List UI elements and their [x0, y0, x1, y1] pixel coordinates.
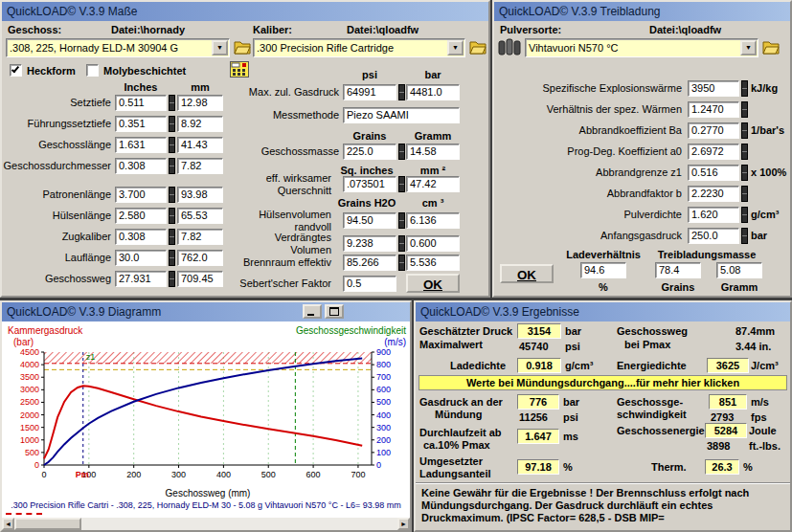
geschw-fps-unit: fps: [751, 411, 767, 424]
value-field[interactable]: 41.43: [177, 137, 223, 153]
value-field[interactable]: 1.620: [688, 207, 739, 223]
huelsenvolumen-cm3-field[interactable]: 6.136: [406, 212, 460, 229]
spinner[interactable]: [169, 158, 175, 174]
sebert-field[interactable]: 0.5: [343, 276, 396, 292]
spinner[interactable]: [741, 101, 748, 118]
querschnitt-mm2-field[interactable]: 47.42: [406, 176, 460, 192]
spinner[interactable]: [169, 116, 175, 132]
value-field[interactable]: 762.0: [177, 250, 223, 266]
pulver-open-folder-icon[interactable]: [762, 40, 780, 56]
value-field[interactable]: 2.6972: [688, 144, 739, 160]
anteil-value: 97.18: [517, 459, 559, 475]
pulver-dropdown-arrow-icon[interactable]: ▼: [740, 40, 757, 55]
value-field[interactable]: 7.82: [177, 158, 223, 174]
value-field[interactable]: 0.308: [115, 158, 167, 174]
spinner[interactable]: [169, 229, 175, 245]
ok-button-masse[interactable]: OK: [406, 274, 460, 293]
value-field[interactable]: 1.631: [115, 137, 167, 153]
value-field[interactable]: 250.0: [688, 228, 739, 244]
value-field[interactable]: 3.700: [115, 187, 167, 203]
spinner[interactable]: [169, 250, 175, 266]
messmethode-field[interactable]: Piezo SAAMI: [343, 107, 460, 123]
energiedichte-label: Energiedichte: [617, 360, 687, 372]
titlebar-masse[interactable]: QuickLOAD© V.3.9 Maße: [2, 2, 488, 21]
spinner[interactable]: [169, 137, 175, 153]
horizontal-scrollbar[interactable]: ◄ ►: [2, 518, 410, 530]
spinner[interactable]: [398, 176, 405, 192]
value-field[interactable]: 30.0: [115, 250, 167, 266]
spinner[interactable]: [741, 165, 748, 181]
querschnitt-sqin-field[interactable]: .073501: [343, 176, 396, 192]
spinner[interactable]: [398, 144, 405, 160]
row-label: Pulverdichte: [494, 209, 682, 221]
spinner[interactable]: [398, 212, 405, 229]
value-field[interactable]: 27.931: [115, 271, 167, 287]
geschoss-open-folder-icon[interactable]: [234, 40, 251, 56]
spinner[interactable]: [398, 255, 405, 271]
heckform-checkbox[interactable]: [10, 64, 22, 77]
kaliber-combobox[interactable]: .300 Precision Rifle Cartridge ▼: [253, 38, 465, 57]
value-field[interactable]: 12.98: [177, 95, 223, 111]
geschossmasse-grains-field[interactable]: 225.0: [343, 144, 396, 160]
spinner[interactable]: [169, 95, 175, 111]
kaliber-dropdown-arrow-icon[interactable]: ▼: [447, 40, 464, 55]
max-gasdruck-bar-field[interactable]: 4481.0: [406, 84, 460, 100]
spinner[interactable]: [741, 186, 748, 202]
geschossmasse-gramm-field[interactable]: 14.58: [406, 144, 460, 160]
spinner[interactable]: [398, 84, 405, 100]
spinner[interactable]: [741, 144, 748, 160]
value-field[interactable]: 2.2230: [688, 186, 739, 202]
titlebar-diagramm[interactable]: QuickLOAD© V.3.9 Diagramm: [2, 302, 410, 321]
brennraum-grains-field[interactable]: 85.266: [343, 255, 396, 271]
brennraum-cm3-field[interactable]: 5.536: [406, 255, 460, 271]
value-field[interactable]: 3950: [688, 80, 739, 97]
value-field[interactable]: 93.98: [177, 187, 223, 203]
value-field[interactable]: 8.92: [177, 116, 223, 132]
spinner[interactable]: [169, 187, 175, 203]
ladeverhaeltnis-field[interactable]: 94.6: [580, 262, 626, 278]
col-header-inches: Inches: [115, 81, 167, 94]
ok-button-treibladung[interactable]: OK: [500, 264, 554, 283]
scroll-right-arrow-icon[interactable]: ►: [397, 518, 410, 530]
value-field[interactable]: 709.45: [177, 271, 223, 287]
masse-grains-unit: Grains: [655, 281, 701, 294]
value-field[interactable]: 2.580: [115, 208, 167, 224]
spinner[interactable]: [741, 80, 748, 97]
value-field[interactable]: 0.511: [115, 95, 167, 111]
calculator-icon[interactable]: [230, 61, 249, 79]
pulver-combobox[interactable]: Vihtavuori N570 °C ▼: [525, 38, 758, 57]
spinner[interactable]: [741, 122, 748, 139]
max-gasdruck-psi-field[interactable]: 64991: [343, 84, 396, 100]
kaliber-open-folder-icon[interactable]: [469, 40, 487, 56]
value-field[interactable]: 7.82: [177, 229, 223, 245]
muendung-banner[interactable]: Werte bei Mündungsdurchgang....für mehr …: [419, 375, 787, 390]
row-label: Führungssetztiefe: [2, 118, 111, 130]
maximize-button[interactable]: [325, 304, 344, 319]
value-field[interactable]: 1.2470: [688, 101, 739, 118]
minimize-button[interactable]: [303, 304, 322, 319]
geschoss-combobox[interactable]: .308, 225, Hornady ELD-M 30904 G ▼: [6, 38, 230, 57]
verdraengtes-grains-field[interactable]: 9.238: [343, 235, 396, 252]
titlebar-ergebnisse[interactable]: QuickLOAD© V.3.9 Ergebnisse: [416, 302, 790, 321]
titlebar-treibladung[interactable]: QuickLOAD© V.3.9 Treibladung: [494, 2, 790, 21]
moly-checkbox[interactable]: [86, 64, 99, 77]
spinner[interactable]: [741, 228, 748, 244]
huelsenvolumen-grains-field[interactable]: 94.50: [343, 212, 396, 229]
masse-grains-field[interactable]: 78.4: [655, 262, 701, 278]
scroll-left-arrow-icon[interactable]: ◄: [2, 518, 14, 530]
verdraengtes-cm3-field[interactable]: 0.600: [406, 235, 460, 252]
spinner[interactable]: [169, 271, 175, 287]
geschoss-dropdown-arrow-icon[interactable]: ▼: [212, 40, 228, 55]
left-axis-unit: (bar): [13, 336, 34, 348]
scrollbar-thumb[interactable]: [14, 518, 81, 530]
value-field[interactable]: 65.53: [177, 208, 223, 224]
value-field[interactable]: 0.351: [115, 116, 167, 132]
value-field[interactable]: 0.308: [115, 229, 167, 245]
value-field[interactable]: 0.2770: [688, 122, 739, 139]
spinner[interactable]: [169, 208, 175, 224]
row-label: Zugkaliber: [2, 231, 111, 243]
value-field[interactable]: 0.516: [688, 165, 739, 181]
spinner[interactable]: [741, 207, 748, 223]
masse-gramm-field[interactable]: 5.08: [716, 262, 762, 278]
spinner[interactable]: [398, 235, 405, 252]
